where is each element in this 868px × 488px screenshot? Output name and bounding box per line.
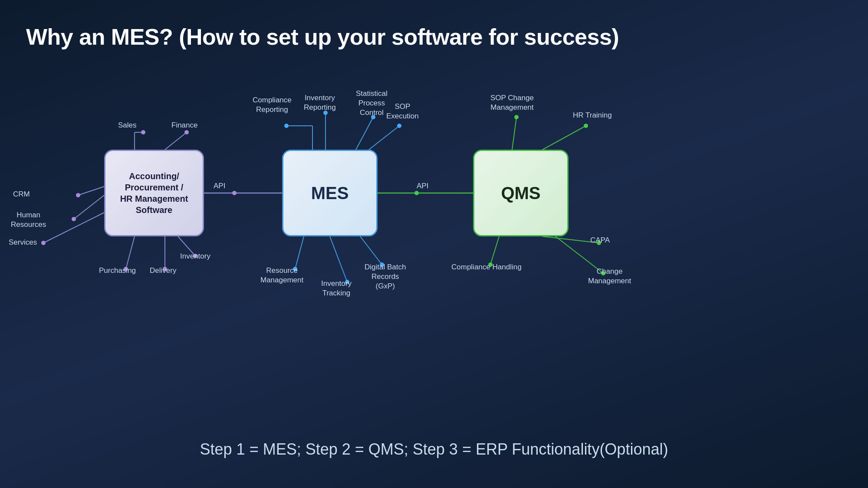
- svg-point-21: [284, 124, 289, 128]
- purchasing-label: Purchasing: [99, 266, 136, 275]
- compliance-handling-label: Compliance Handling: [451, 262, 522, 272]
- finance-label: Finance: [171, 121, 197, 130]
- change-management-label: ChangeManagement: [588, 267, 631, 286]
- capa-label: CAPA: [590, 236, 610, 245]
- svg-line-2: [74, 195, 104, 219]
- svg-line-26: [369, 126, 399, 150]
- svg-line-40: [490, 236, 499, 265]
- svg-line-15: [126, 236, 135, 269]
- svg-point-39: [584, 124, 588, 128]
- svg-line-24: [356, 117, 373, 150]
- qms-label: QMS: [501, 183, 540, 203]
- svg-line-4: [43, 213, 104, 243]
- svg-line-32: [360, 236, 382, 265]
- human-resources-label: HumanResources: [11, 210, 46, 229]
- hr-training-label: HR Training: [573, 111, 612, 120]
- erp-label: Accounting/ Procurement / HR Management …: [120, 170, 188, 216]
- svg-point-37: [514, 115, 519, 119]
- qms-box: QMS: [473, 150, 569, 236]
- svg-line-9: [165, 132, 187, 150]
- svg-line-28: [295, 236, 304, 269]
- svg-line-36: [512, 117, 516, 150]
- digital-batch-records-label: Digital BatchRecords(GxP): [365, 262, 406, 291]
- resource-management-label: ResourceManagement: [260, 266, 303, 285]
- services-label: Services: [9, 238, 37, 247]
- mes-label: MES: [311, 183, 349, 203]
- sop-change-management-label: SOP ChangeManagement: [490, 93, 534, 112]
- delivery-label: Delivery: [150, 266, 176, 275]
- statistical-process-control-label: StatisticalProcessControl: [356, 89, 388, 118]
- footer-text: Step 1 = MES; Step 2 = QMS; Step 3 = ERP…: [0, 440, 868, 459]
- api-right-label: API: [417, 181, 428, 191]
- inventory-tracking-label: InventoryTracking: [321, 279, 352, 298]
- crm-label: CRM: [13, 190, 30, 199]
- svg-point-1: [76, 193, 80, 197]
- svg-point-27: [397, 124, 401, 128]
- svg-point-18: [232, 191, 237, 195]
- mes-box: MES: [282, 150, 378, 236]
- sop-execution-label: SOPExecution: [386, 102, 419, 121]
- compliance-reporting-label: ComplianceReporting: [253, 95, 292, 115]
- svg-point-35: [414, 191, 419, 195]
- svg-point-8: [141, 130, 145, 134]
- erp-box: Accounting/ Procurement / HR Management …: [104, 150, 204, 236]
- title: Why an MES? (How to set up your software…: [26, 24, 619, 50]
- svg-line-0: [78, 187, 104, 195]
- svg-line-30: [330, 236, 347, 282]
- inventory-reporting-label: InventoryReporting: [304, 93, 336, 112]
- svg-point-5: [41, 241, 46, 245]
- svg-point-3: [72, 217, 76, 221]
- svg-line-38: [542, 126, 586, 150]
- api-left-label: API: [214, 181, 225, 191]
- sales-label: Sales: [118, 121, 137, 130]
- inventory-erp-label: Inventory: [180, 252, 210, 261]
- svg-point-10: [184, 130, 189, 134]
